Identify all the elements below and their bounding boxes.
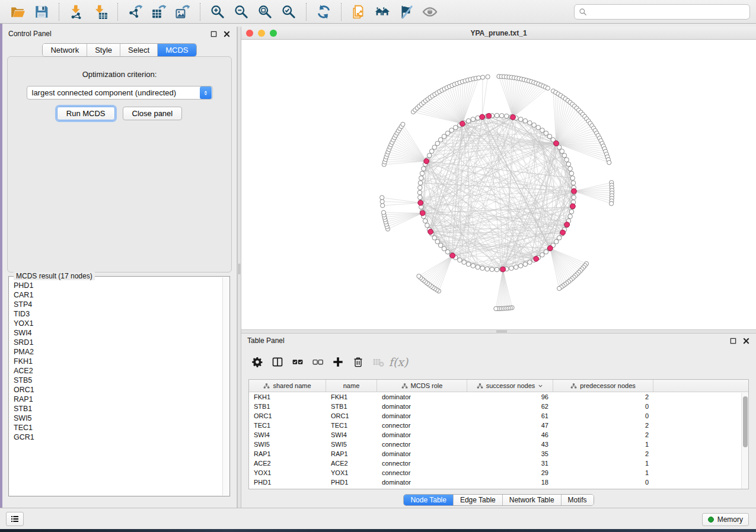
mcds-result-item[interactable]: FKH1 bbox=[14, 357, 222, 366]
deselect-all-icon[interactable] bbox=[308, 354, 328, 370]
save-session-icon[interactable] bbox=[33, 3, 50, 21]
network-window-titlebar[interactable]: YPA_prune.txt_1 bbox=[241, 27, 756, 40]
memory-status-icon bbox=[708, 517, 714, 523]
column-header-predecessor-nodes[interactable]: predecessor nodes bbox=[553, 380, 653, 392]
splitter-grip[interactable] bbox=[496, 331, 507, 332]
cell-predecessor-nodes: 0 bbox=[553, 477, 653, 487]
mcds-result-item[interactable]: SWI5 bbox=[14, 414, 222, 423]
table-row[interactable]: STB1STB1dominator620 bbox=[249, 402, 748, 411]
mcds-result-item[interactable]: SWI4 bbox=[14, 328, 222, 338]
memory-button[interactable]: Memory bbox=[702, 513, 749, 526]
scrollbar-thumb[interactable] bbox=[743, 396, 748, 447]
mcds-result-item[interactable]: SRD1 bbox=[14, 338, 222, 347]
table-row[interactable]: TEC1TEC1connector472 bbox=[249, 421, 748, 430]
cell-predecessor-nodes: 2 bbox=[553, 421, 653, 430]
mcds-result-item[interactable]: RAP1 bbox=[14, 395, 222, 404]
mcds-tab-content: Optimization criterion: largest connecte… bbox=[7, 56, 232, 273]
tab-style[interactable]: Style bbox=[87, 44, 120, 56]
tab-edge-table[interactable]: Edge Table bbox=[454, 495, 503, 505]
hide-graphics-details-icon[interactable] bbox=[397, 3, 415, 21]
tab-mcds[interactable]: MCDS bbox=[158, 44, 196, 56]
column-header-name[interactable]: name bbox=[326, 380, 377, 392]
mcds-result-item[interactable]: STB1 bbox=[14, 404, 222, 414]
table-scrollbar[interactable] bbox=[741, 393, 748, 489]
table-row[interactable]: ACE2ACE2connector311 bbox=[249, 459, 748, 468]
mcds-result-item[interactable]: ORC1 bbox=[14, 385, 222, 395]
splitter-grip[interactable] bbox=[238, 264, 240, 274]
cell-name: TEC1 bbox=[326, 421, 377, 430]
select-all-icon[interactable] bbox=[288, 354, 308, 370]
mcds-result-item[interactable]: STB5 bbox=[14, 376, 222, 385]
show-graphics-details-icon[interactable] bbox=[421, 3, 439, 21]
mcds-result-item[interactable]: GCR1 bbox=[14, 432, 222, 442]
memory-label: Memory bbox=[717, 515, 743, 524]
settings-icon[interactable] bbox=[247, 354, 267, 370]
search-input[interactable] bbox=[590, 8, 745, 16]
zoom-out-icon[interactable] bbox=[232, 3, 250, 21]
cell-shared-name: RAP1 bbox=[249, 449, 326, 459]
mcds-result-item[interactable]: CAR1 bbox=[14, 290, 222, 300]
table-row[interactable]: SWI4SWI4dominator462 bbox=[249, 430, 748, 440]
open-session-icon[interactable] bbox=[9, 3, 27, 21]
control-panel-title: Control Panel bbox=[8, 30, 205, 38]
add-row-icon[interactable] bbox=[328, 354, 348, 370]
vertical-splitter[interactable] bbox=[237, 27, 241, 508]
cell-successor-nodes: 47 bbox=[467, 421, 553, 430]
column-header-successor-nodes[interactable]: successor nodes bbox=[467, 380, 553, 392]
zoom-in-icon[interactable] bbox=[209, 3, 227, 21]
mcds-result-item[interactable]: TEC1 bbox=[14, 423, 222, 432]
close-panel-icon[interactable] bbox=[223, 30, 231, 38]
mcds-result-item[interactable]: PMA2 bbox=[14, 347, 222, 357]
table-row[interactable]: FKH1FKH1dominator962 bbox=[249, 392, 748, 402]
cell-shared-name: STB1 bbox=[249, 402, 326, 411]
mcds-result-item[interactable]: STP4 bbox=[14, 300, 222, 309]
cell-shared-name: YOX1 bbox=[249, 468, 326, 477]
column-header-shared-name[interactable]: shared name bbox=[249, 380, 326, 392]
tab-network-table[interactable]: Network Table bbox=[503, 495, 562, 505]
export-network-icon[interactable] bbox=[126, 3, 144, 21]
float-panel-icon[interactable] bbox=[729, 337, 737, 345]
table-row[interactable]: PHD1PHD1dominator180 bbox=[249, 477, 748, 487]
table-row[interactable]: ORC1ORC1dominator610 bbox=[249, 411, 748, 421]
mcds-result-item[interactable]: ACE2 bbox=[14, 366, 222, 376]
close-panel-button[interactable]: Close panel bbox=[123, 107, 183, 120]
task-history-button[interactable] bbox=[6, 512, 24, 526]
export-image-icon[interactable] bbox=[174, 3, 192, 21]
mcds-result-item[interactable]: YOX1 bbox=[14, 319, 222, 328]
import-table-icon[interactable] bbox=[91, 3, 109, 21]
network-window-title: YPA_prune.txt_1 bbox=[241, 29, 756, 37]
network-graph[interactable] bbox=[241, 40, 756, 329]
mcds-result-item[interactable]: TID3 bbox=[14, 309, 222, 319]
tab-motifs[interactable]: Motifs bbox=[562, 495, 594, 505]
table-row[interactable]: YOX1YOX1connector291 bbox=[249, 468, 748, 477]
import-network-icon[interactable] bbox=[68, 3, 85, 21]
table-panel-title: Table Panel bbox=[247, 336, 724, 345]
mcds-result-item[interactable]: PHD1 bbox=[14, 281, 222, 290]
delete-row-icon[interactable] bbox=[348, 354, 368, 370]
run-mcds-button[interactable]: Run MCDS bbox=[57, 107, 115, 120]
tab-network[interactable]: Network bbox=[43, 44, 87, 56]
cell-MCDS-role: connector bbox=[377, 421, 467, 430]
float-panel-icon[interactable] bbox=[210, 30, 218, 38]
zoom-selected-icon[interactable] bbox=[280, 3, 298, 21]
show-columns-icon[interactable] bbox=[267, 354, 288, 370]
network-overview-icon[interactable] bbox=[374, 3, 391, 21]
search-box[interactable] bbox=[574, 4, 750, 20]
close-panel-icon[interactable] bbox=[742, 337, 750, 345]
clone-network-icon[interactable] bbox=[350, 3, 368, 21]
network-canvas[interactable] bbox=[241, 40, 756, 329]
tab-select[interactable]: Select bbox=[120, 44, 158, 56]
table-row[interactable]: SWI5SWI5connector431 bbox=[249, 440, 748, 449]
zoom-fit-icon[interactable] bbox=[256, 3, 274, 21]
horizontal-splitter[interactable] bbox=[241, 329, 756, 334]
tab-node-table[interactable]: Node Table bbox=[404, 495, 454, 505]
apply-layout-icon[interactable] bbox=[315, 3, 333, 21]
cell-predecessor-nodes: 2 bbox=[553, 392, 653, 402]
criterion-dropdown[interactable]: largest connected component (undirected) bbox=[27, 86, 213, 100]
table-row[interactable]: RAP1RAP1dominator352 bbox=[249, 449, 748, 459]
mcds-list-scrollbar[interactable] bbox=[222, 277, 229, 495]
mcds-result-list[interactable]: PHD1CAR1STP4TID3YOX1SWI4SRD1PMA2FKH1ACE2… bbox=[9, 277, 222, 495]
cell-MCDS-role: connector bbox=[377, 440, 467, 449]
export-table-icon[interactable] bbox=[150, 3, 168, 21]
column-header-MCDS-role[interactable]: MCDS role bbox=[377, 380, 467, 392]
